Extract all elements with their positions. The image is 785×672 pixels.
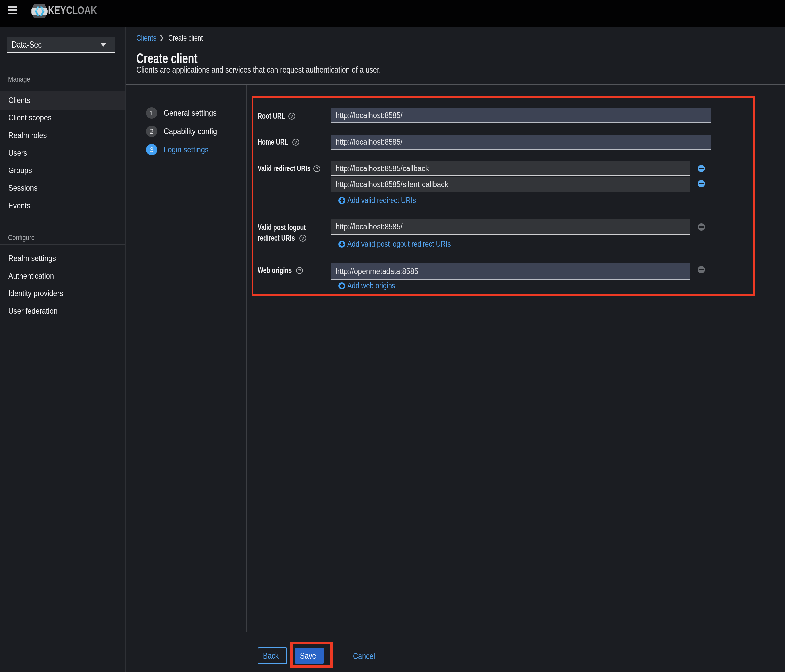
- svg-text:KEYCLOAK: KEYCLOAK: [48, 4, 97, 16]
